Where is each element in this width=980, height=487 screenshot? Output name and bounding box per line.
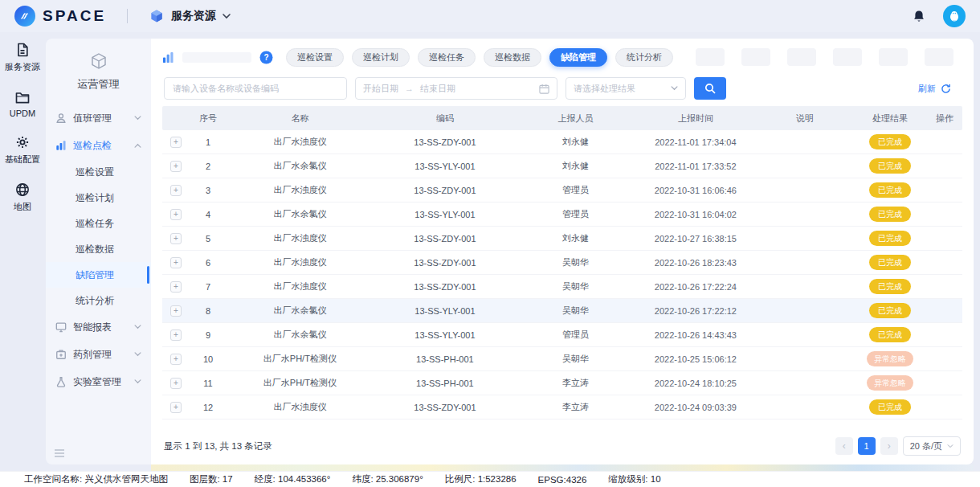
status-badge: 已完成 [869, 303, 911, 318]
cell-time: 2022-10-26 17:22:24 [635, 282, 757, 292]
expand-row-button[interactable]: + [170, 354, 182, 365]
cell-time: 2022-10-31 16:04:02 [635, 210, 757, 219]
table-row[interactable]: +8出厂水余氯仪13-SS-YLY-001吴朝华2022-10-26 17:22… [162, 299, 962, 323]
main-content-card: ? 巡检设置巡检计划巡检任务巡检数据缺陷管理统计分析 开始日期 → 结束日期 请… [151, 39, 974, 464]
status-filter-select[interactable]: 请选择处理结果 [566, 77, 686, 100]
collapse-sidebar-icon[interactable] [54, 448, 65, 458]
sidebar-subitem-巡检设置[interactable]: 巡检设置 [46, 159, 151, 185]
module-switcher[interactable]: 服务资源 [149, 8, 231, 24]
page-size-select[interactable]: 20 条/页 [903, 436, 961, 456]
chevron-down-icon [134, 352, 141, 357]
expand-row-button[interactable]: + [170, 161, 182, 172]
sidebar-subitem-巡检数据[interactable]: 巡检数据 [46, 236, 151, 262]
status-item: 工作空间名称: 兴义供水管网天地图 [24, 473, 168, 485]
sidebar-item-3[interactable]: 智能报表 [46, 313, 151, 341]
tab-巡检任务[interactable]: 巡检任务 [418, 48, 476, 67]
user-icon [55, 113, 67, 124]
table-row[interactable]: +6出厂水浊度仪13-SS-ZDY-001吴朝华2022-10-26 18:23… [162, 251, 962, 275]
sidebar-item-4[interactable]: 药剂管理 [46, 341, 151, 368]
expand-row-button[interactable]: + [170, 378, 182, 389]
tab-统计分析[interactable]: 统计分析 [615, 48, 673, 67]
expand-row-button[interactable]: + [170, 281, 182, 293]
rail-item-1[interactable]: 服务资源 [5, 42, 40, 73]
cell-time: 2022-10-24 09:03:39 [635, 403, 757, 412]
info-circle-icon[interactable]: ? [259, 51, 273, 64]
cell-name: 出厂水余氯仪 [227, 208, 374, 220]
notification-bell-icon[interactable] [913, 10, 925, 23]
chevron-down-icon [223, 14, 231, 19]
expand-row-button[interactable]: + [170, 233, 182, 244]
cell-no: 11 [190, 379, 227, 388]
sidebar-item-label: 智能报表 [73, 321, 112, 334]
table-row[interactable]: +1出厂水浊度仪13-SS-ZDY-001刘永健2022-11-01 17:34… [162, 130, 962, 154]
cell-name: 出厂水余氯仪 [227, 160, 374, 172]
sidebar-header: 运营管理 [46, 39, 151, 101]
date-range-picker[interactable]: 开始日期 → 结束日期 [355, 77, 557, 100]
expand-row-button[interactable]: + [170, 209, 182, 220]
rail-item-3[interactable]: 基础配置 [5, 134, 40, 166]
chevron-down-icon [134, 325, 141, 329]
table-row[interactable]: +2出厂水余氯仪13-SS-YLY-001刘永健2022-11-01 17:33… [162, 154, 962, 178]
table-footer: 显示 1 到 13, 共 13 条记录 ‹ 1 › 20 条/页 [151, 428, 974, 464]
cell-reporter: 吴朝华 [517, 280, 635, 293]
refresh-button[interactable]: 刷新 [909, 77, 961, 100]
expand-row-button[interactable]: + [170, 305, 182, 317]
current-page-button[interactable]: 1 [858, 437, 876, 455]
expand-row-button[interactable]: + [170, 185, 182, 196]
status-item: EPSG:4326 [538, 475, 587, 485]
sidebar-item-1[interactable]: 值班管理 [46, 104, 151, 132]
table-row[interactable]: +9出厂水余氯仪13-SS-YLY-001管理员2022-10-26 14:43… [162, 323, 962, 347]
tab-巡检设置[interactable]: 巡检设置 [286, 48, 344, 67]
search-input[interactable] [164, 77, 347, 100]
table-row[interactable]: +3出厂水浊度仪13-SS-ZDY-001管理员2022-10-31 16:06… [162, 178, 962, 203]
user-avatar[interactable] [943, 5, 966, 27]
sidebar-subitem-巡检任务[interactable]: 巡检任务 [46, 211, 151, 236]
sidebar-item-5[interactable]: 实验室管理 [46, 368, 151, 395]
prev-page-button[interactable]: ‹ [835, 437, 853, 455]
next-page-button[interactable]: › [880, 437, 898, 455]
cell-time: 2022-10-31 16:06:46 [635, 186, 757, 195]
sidebar-subitem-缺陷管理[interactable]: 缺陷管理 [46, 262, 151, 288]
medicine-box-icon [55, 349, 67, 360]
cell-reporter: 吴朝华 [517, 305, 635, 317]
sidebar-item-label: 实验室管理 [73, 375, 121, 389]
cell-reporter: 管理员 [517, 208, 635, 220]
table-row[interactable]: +11出厂水PH/T检测仪13-SS-PH-001李立涛2022-10-24 1… [162, 371, 962, 395]
brand-logo-icon [14, 6, 35, 27]
tab-巡检计划[interactable]: 巡检计划 [352, 48, 410, 67]
cell-name: 出厂水浊度仪 [227, 136, 374, 148]
sidebar-subitem-统计分析[interactable]: 统计分析 [46, 288, 151, 313]
placeholder-block [833, 48, 862, 66]
table-row[interactable]: +10出厂水PH/T检测仪13-SS-PH-001吴朝华2022-10-25 1… [162, 347, 962, 371]
cell-name: 出厂水浊度仪 [227, 256, 374, 268]
status-item: 比例尺: 1:523286 [445, 473, 517, 485]
status-badge: 异常忽略 [867, 351, 913, 366]
expand-row-button[interactable]: + [170, 402, 182, 413]
tab-巡检数据[interactable]: 巡检数据 [484, 48, 541, 67]
table-row[interactable]: +4出厂水余氯仪13-SS-YLY-001管理员2022-10-31 16:04… [162, 203, 962, 227]
sidebar-item-2[interactable]: 巡检点检 [46, 132, 151, 159]
expand-row-button[interactable]: + [170, 137, 182, 148]
expand-row-button[interactable]: + [170, 329, 182, 341]
sidebar-title: 运营管理 [78, 77, 120, 92]
rail-item-2[interactable]: UPDM [10, 89, 35, 118]
table-row[interactable]: +7出厂水浊度仪13-SS-ZDY-001吴朝华2022-10-26 17:22… [162, 275, 962, 299]
chevron-down-icon [134, 379, 141, 384]
column-header-操作: 操作 [927, 113, 962, 125]
table-row[interactable]: +5出厂水浊度仪13-SS-ZDY-001刘永健2022-10-27 16:38… [162, 227, 962, 251]
cell-time: 2022-11-01 17:34:04 [635, 137, 757, 147]
cell-code: 13-SS-ZDY-001 [374, 258, 517, 268]
search-button[interactable] [694, 77, 726, 100]
cell-no: 2 [190, 162, 227, 171]
cell-code: 13-SS-YLY-001 [374, 306, 517, 316]
tab-缺陷管理[interactable]: 缺陷管理 [549, 48, 607, 67]
table-row[interactable]: +12出厂水浊度仪13-SS-ZDY-001李立涛2022-10-24 09:0… [162, 395, 962, 419]
status-item: 缩放级别: 10 [608, 473, 660, 485]
rail-item-label: 服务资源 [5, 61, 40, 73]
expand-row-button[interactable]: + [170, 257, 182, 268]
sidebar-subitem-巡检计划[interactable]: 巡检计划 [46, 185, 151, 211]
pagination: ‹ 1 › 20 条/页 [835, 436, 961, 456]
rail-item-4[interactable]: 地图 [14, 182, 31, 213]
column-header-说明: 说明 [757, 113, 853, 125]
cell-reporter: 吴朝华 [517, 353, 635, 365]
